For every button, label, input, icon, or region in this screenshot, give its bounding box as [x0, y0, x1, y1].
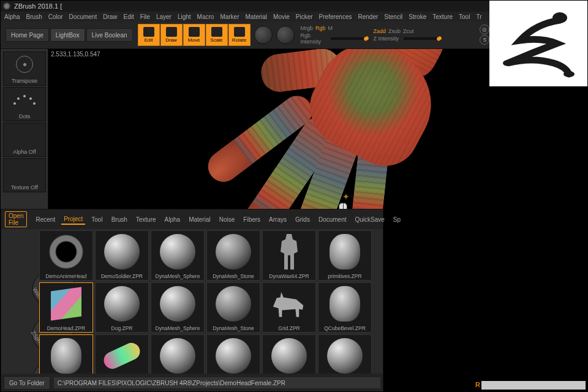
tab-sp[interactable]: Sp	[391, 215, 403, 224]
lightbox-item[interactable]: Grid.ZPR	[262, 282, 316, 333]
zintensity-label: Z Intensity	[374, 36, 401, 42]
zintensity-slider[interactable]	[404, 37, 440, 40]
goto-folder-button[interactable]: Go To Folder	[4, 376, 50, 390]
lightbox-footer: Go To Folder C:\PROGRAM FILES\PIXOLOGIC\…	[1, 374, 383, 392]
open-file-button[interactable]: Open File	[5, 211, 27, 227]
liveboolean-button[interactable]: Live Boolean	[86, 28, 133, 42]
menu-item[interactable]: Render	[358, 13, 379, 20]
texture-slot[interactable]: Texture Off	[3, 158, 46, 192]
tab-grids[interactable]: Grids	[293, 215, 312, 224]
zcut-label[interactable]: Zcut	[403, 28, 414, 34]
menu-item[interactable]: Brush	[26, 13, 42, 20]
lightbox-item[interactable]: DynaWax64.ZPR	[262, 230, 316, 281]
menu-item[interactable]: Tr	[476, 13, 481, 20]
lightbox-item-label: QCubeBevel.ZPR	[318, 325, 371, 332]
lightbox-item[interactable]: QCubeBevel.ZPR	[318, 282, 372, 333]
lightbox-item[interactable]: Dog.ZPR	[95, 282, 149, 333]
menu-item[interactable]: Draw	[103, 13, 117, 20]
mrgb-label[interactable]: Mrgb	[301, 25, 314, 31]
lightbox-item[interactable]: DynaMesh_Capsule	[95, 334, 149, 374]
zadd-label[interactable]: Zadd	[374, 28, 386, 34]
menu-item[interactable]: Marker	[220, 13, 239, 20]
tab-recent[interactable]: Recent	[33, 215, 58, 224]
lightbox-item[interactable]: DynaMesh_Stone	[206, 282, 260, 333]
tab-alpha[interactable]: Alpha	[162, 215, 183, 224]
app-title: ZBrush 2018.1 [	[14, 2, 62, 10]
lightbox-item[interactable]: DynaMesh_Stone	[206, 230, 260, 281]
lightbox-item-label: DynaMesh_Stone	[207, 325, 260, 332]
tab-brush[interactable]: Brush	[109, 215, 130, 224]
dots-icon	[13, 94, 36, 106]
zsub-label[interactable]: Zsub	[388, 28, 401, 34]
menu-item[interactable]: Macro	[197, 13, 214, 20]
tab-fibers[interactable]: Fibers	[241, 215, 263, 224]
menu-item[interactable]: File	[140, 13, 150, 20]
tab-arrays[interactable]: Arrays	[266, 215, 289, 224]
menu-item[interactable]: Tool	[459, 13, 470, 20]
lightbox-sidebar: Wacom ZSpheres Cube.ZPR	[1, 229, 38, 374]
draw-size-icon: S	[480, 35, 489, 45]
lightbox-item-label: Grid.ZPR	[263, 325, 315, 332]
perspective-button[interactable]	[276, 26, 295, 44]
mode-draw[interactable]: Draw	[160, 24, 183, 46]
lightbox-item[interactable]: HeadFemale.ZPR	[39, 334, 93, 374]
home-button[interactable]: Home Page	[6, 28, 49, 42]
lightbox-item[interactable]: DynaMesh_Sphere	[151, 334, 205, 374]
rgb-label[interactable]: Rgb	[315, 25, 326, 31]
mode-rotate[interactable]: Rotate	[228, 24, 251, 46]
lightbox-item-label: DemoSoldier.ZPR	[96, 273, 148, 280]
menu-item[interactable]: Stroke	[409, 13, 426, 20]
svg-point-1	[503, 60, 513, 66]
tab-tool[interactable]: Tool	[89, 215, 105, 224]
tab-material[interactable]: Material	[186, 215, 213, 224]
tab-quicksave[interactable]: QuickSave	[352, 215, 386, 224]
lightbox-item[interactable]: DemoAnimeHead	[39, 230, 93, 281]
m-label[interactable]: M	[328, 25, 333, 31]
lightbox-item-label: DemoHead.ZPR	[40, 325, 92, 332]
menu-item[interactable]: Color	[48, 13, 63, 20]
rgb-intensity-label: Rgb Intensity	[301, 32, 328, 45]
lightbox-item[interactable]: primitives.ZPR	[318, 230, 372, 281]
zbrush-logo-icon	[499, 7, 578, 80]
lightbox-grid: DemoAnimeHeadDemoSoldier.ZPRDynaMesh_Sph…	[38, 229, 383, 374]
zbrush-logo	[489, 1, 587, 86]
menu-item[interactable]: Material	[246, 13, 268, 20]
mode-buttons: Edit Draw Move Scale Rotate	[138, 24, 251, 46]
lightbox-item[interactable]: DemoSoldier.ZPR	[95, 230, 149, 281]
rgb-intensity-slider[interactable]	[331, 37, 368, 40]
focal-shift-icon: ◎	[480, 24, 489, 34]
mode-move[interactable]: Move	[183, 24, 205, 46]
mode-scale[interactable]: Scale	[206, 24, 228, 46]
path-field[interactable]: C:\PROGRAM FILES\PIXOLOGIC\ZBRUSH 4R8\ZP…	[54, 377, 380, 388]
lightbox-item-label: DemoAnimeHead	[40, 273, 92, 280]
menu-item[interactable]: Layer	[156, 13, 172, 20]
lightbox-item[interactable]: DynaMesh_Sphere	[151, 282, 205, 333]
menu-item[interactable]: Preferences	[319, 13, 352, 20]
tab-project[interactable]: Project	[61, 214, 85, 225]
transpose-slot[interactable]: Transpose	[3, 51, 46, 86]
menu-item[interactable]: Document	[69, 13, 97, 20]
menu-item[interactable]: Alpha	[4, 13, 20, 20]
menu-item[interactable]: Edit	[124, 13, 134, 20]
mode-edit[interactable]: Edit	[138, 24, 160, 46]
dots-slot[interactable]: Dots	[3, 87, 46, 121]
alpha-slot[interactable]: Alpha Off	[3, 123, 46, 157]
lightbox-item[interactable]: DynaWax128.ZPR	[206, 334, 260, 374]
tab-texture[interactable]: Texture	[134, 215, 159, 224]
transpose-icon	[16, 56, 33, 73]
lightbox-item[interactable]: DynaMesh_Sphere	[151, 230, 205, 281]
menu-item[interactable]: Stencil	[384, 13, 402, 20]
menu-item[interactable]: Picker	[296, 13, 313, 20]
tab-document[interactable]: Document	[316, 215, 349, 224]
menu-item[interactable]: Movie	[273, 13, 290, 20]
lightbox-item[interactable]: DemoHead.ZPR	[39, 282, 93, 333]
tab-noise[interactable]: Noise	[217, 215, 238, 224]
lightbox-item[interactable]: PolySphere.ZPR	[262, 334, 316, 374]
menu-item[interactable]: Texture	[432, 13, 453, 20]
lightbox-button[interactable]: LightBox	[50, 28, 85, 42]
lightbox-panel: Open File Recent Project Tool Brush Text…	[1, 209, 383, 392]
menu-item[interactable]: Light	[178, 13, 191, 20]
lightbox-item[interactable]: QCubeSmooth.ZPR	[318, 334, 372, 374]
lightbox-item-label: primitives.ZPR	[318, 273, 371, 280]
gyro-button[interactable]	[254, 26, 273, 44]
